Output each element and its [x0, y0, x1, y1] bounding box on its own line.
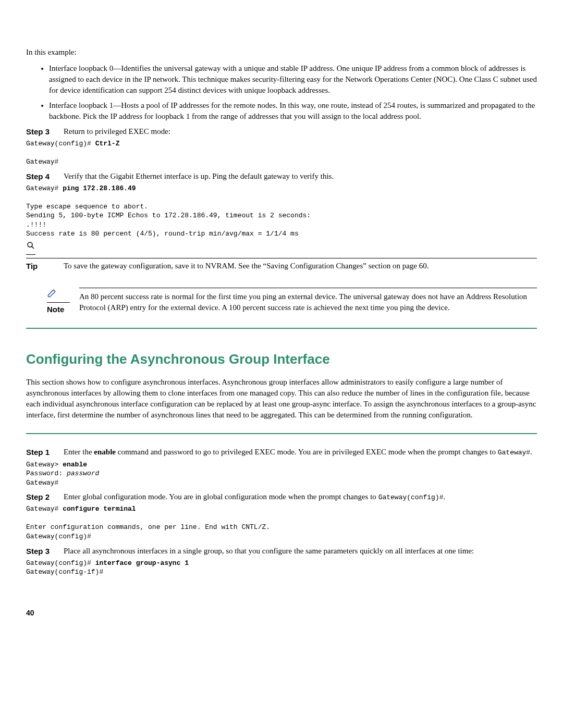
tip-block: Tip To save the gateway configuration, s…	[26, 241, 537, 272]
step-text: Verify that the Gigabit Ethernet interfa…	[64, 171, 537, 182]
code-block-2: Gateway# ping 172.28.186.49 Type escape …	[26, 184, 537, 239]
step-text: Enter the enable command and password to…	[64, 447, 537, 458]
section-divider	[26, 328, 537, 329]
b-step-3-row: Step 3 Place all asynchronous interfaces…	[26, 546, 537, 557]
note-label: Note	[47, 305, 64, 314]
section-intro: This section shows how to configure asyn…	[26, 377, 537, 421]
section-divider	[26, 433, 537, 434]
svg-line-1	[32, 246, 34, 249]
step-3-row: Step 3 Return to privileged EXEC mode:	[26, 126, 537, 137]
pencil-icon	[47, 288, 70, 301]
step-label: Step 2	[26, 491, 55, 502]
step-label: Step 3	[26, 546, 55, 557]
b-step-1-row: Step 1 Enter the enable command and pass…	[26, 447, 537, 458]
step-text: Place all asynchronous interfaces in a s…	[64, 546, 537, 557]
intro-text: In this example:	[26, 47, 537, 58]
step-label: Step 4	[26, 171, 55, 182]
note-text: An 80 percent success rate is normal for…	[79, 291, 537, 313]
bullet-list: Interface loopback 0—Identifies the univ…	[26, 63, 537, 122]
b-step-2-row: Step 2 Enter global configuration mode. …	[26, 491, 537, 502]
step-text: Return to privileged EXEC mode:	[64, 126, 537, 137]
code-block-1: Gateway(config)# Ctrl-Z Gateway#	[26, 139, 537, 167]
page-number: 40	[26, 608, 537, 619]
step-label: Step 3	[26, 126, 55, 137]
tip-label: Tip	[26, 262, 38, 270]
magnifier-icon	[26, 241, 537, 255]
step-text: Enter global configuration mode. You are…	[64, 491, 537, 502]
note-block: Note An 80 percent success rate is norma…	[47, 288, 537, 315]
code-block-5: Gateway(config)# interface group-async 1…	[26, 559, 537, 577]
code-block-3: Gateway> enable Password: password Gatew…	[26, 460, 537, 488]
tip-text: To save the gateway configuration, save …	[64, 261, 429, 272]
bullet-item: Interface loopback 1—Hosts a pool of IP …	[49, 100, 537, 122]
bullet-item: Interface loopback 0—Identifies the univ…	[49, 63, 537, 96]
step-4-row: Step 4 Verify that the Gigabit Ethernet …	[26, 171, 537, 182]
step-label: Step 1	[26, 447, 55, 458]
section-heading: Configuring the Asynchronous Group Inter…	[26, 350, 537, 368]
code-block-4: Gateway# configure terminal Enter config…	[26, 504, 537, 541]
